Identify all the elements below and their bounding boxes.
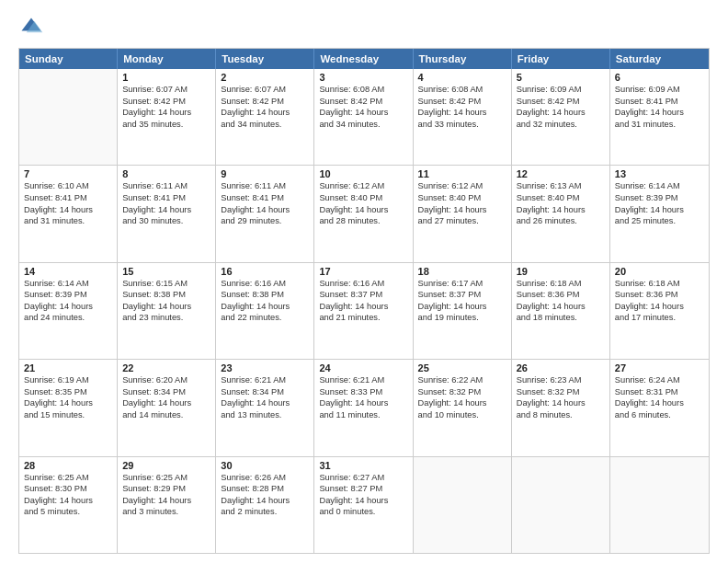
header-day-tuesday: Tuesday: [216, 49, 314, 69]
cell-info-line: Daylight: 14 hours: [221, 495, 309, 507]
day-number: 24: [319, 362, 407, 373]
cell-info-line: Sunrise: 6:11 AM: [221, 180, 309, 192]
cell-info-line: Daylight: 14 hours: [24, 204, 112, 216]
cell-info-line: Daylight: 14 hours: [319, 301, 407, 313]
page: SundayMondayTuesdayWednesdayThursdayFrid…: [0, 0, 728, 563]
calendar-cell: [19, 69, 118, 165]
cell-info-line: Sunrise: 6:14 AM: [24, 278, 112, 290]
day-number: 22: [122, 362, 210, 373]
calendar-cell: 27Sunrise: 6:24 AMSunset: 8:31 PMDayligh…: [610, 360, 709, 455]
day-number: 4: [418, 72, 506, 83]
cell-info-line: Sunset: 8:34 PM: [122, 386, 210, 398]
cell-info-line: Daylight: 14 hours: [221, 204, 309, 216]
calendar-cell: 14Sunrise: 6:14 AMSunset: 8:39 PMDayligh…: [19, 263, 118, 359]
cell-info-line: Sunset: 8:42 PM: [319, 96, 407, 108]
cell-info-line: Sunset: 8:30 PM: [24, 483, 112, 495]
logo-icon: [18, 15, 44, 40]
calendar-cell: 28Sunrise: 6:25 AMSunset: 8:30 PMDayligh…: [19, 457, 118, 553]
calendar-cell: 15Sunrise: 6:15 AMSunset: 8:38 PMDayligh…: [118, 263, 216, 359]
cell-info-line: Sunset: 8:39 PM: [24, 289, 112, 301]
cell-info-line: and 19 minutes.: [418, 312, 506, 324]
cell-info-line: Sunset: 8:31 PM: [615, 386, 704, 398]
calendar-cell: 11Sunrise: 6:12 AMSunset: 8:40 PMDayligh…: [414, 166, 512, 261]
cell-info-line: Sunrise: 6:09 AM: [615, 84, 704, 96]
cell-info-line: Daylight: 14 hours: [221, 397, 309, 409]
cell-info-line: Daylight: 14 hours: [517, 107, 605, 119]
cell-info-line: Sunrise: 6:20 AM: [122, 374, 210, 386]
cell-info-line: and 32 minutes.: [517, 119, 605, 131]
day-number: 7: [24, 168, 112, 179]
day-number: 17: [319, 266, 407, 277]
day-number: 2: [221, 72, 309, 83]
cell-info-line: Sunrise: 6:16 AM: [221, 278, 309, 290]
cell-info-line: and 22 minutes.: [221, 312, 309, 324]
cell-info-line: Sunset: 8:36 PM: [615, 289, 704, 301]
cell-info-line: Daylight: 14 hours: [418, 397, 506, 409]
cell-info-line: Daylight: 14 hours: [517, 301, 605, 313]
header-day-sunday: Sunday: [19, 49, 118, 69]
calendar-cell: 6Sunrise: 6:09 AMSunset: 8:41 PMDaylight…: [610, 69, 709, 165]
header-day-thursday: Thursday: [414, 49, 512, 69]
calendar-row-4: 28Sunrise: 6:25 AMSunset: 8:30 PMDayligh…: [19, 457, 709, 553]
day-number: 10: [319, 168, 407, 179]
cell-info-line: Daylight: 14 hours: [615, 397, 704, 409]
calendar-cell: 4Sunrise: 6:08 AMSunset: 8:42 PMDaylight…: [414, 69, 512, 165]
cell-info-line: and 13 minutes.: [221, 409, 309, 421]
cell-info-line: Sunset: 8:42 PM: [418, 96, 506, 108]
cell-info-line: and 33 minutes.: [418, 119, 506, 131]
cell-info-line: Sunset: 8:33 PM: [319, 386, 407, 398]
cell-info-line: Sunrise: 6:21 AM: [319, 374, 407, 386]
cell-info-line: Daylight: 14 hours: [122, 107, 210, 119]
calendar-cell: [610, 457, 709, 553]
day-number: 27: [615, 362, 704, 373]
logo: [18, 15, 48, 40]
cell-info-line: Daylight: 14 hours: [122, 397, 210, 409]
calendar-cell: 18Sunrise: 6:17 AMSunset: 8:37 PMDayligh…: [414, 263, 512, 359]
day-number: 18: [418, 266, 506, 277]
calendar-cell: 19Sunrise: 6:18 AMSunset: 8:36 PMDayligh…: [512, 263, 610, 359]
cell-info-line: Sunrise: 6:15 AM: [122, 278, 210, 290]
calendar-cell: 2Sunrise: 6:07 AMSunset: 8:42 PMDaylight…: [216, 69, 314, 165]
cell-info-line: Sunrise: 6:08 AM: [319, 84, 407, 96]
cell-info-line: Daylight: 14 hours: [221, 107, 309, 119]
calendar-cell: 7Sunrise: 6:10 AMSunset: 8:41 PMDaylight…: [19, 166, 118, 261]
cell-info-line: and 21 minutes.: [319, 312, 407, 324]
cell-info-line: and 8 minutes.: [517, 409, 605, 421]
cell-info-line: Sunrise: 6:12 AM: [319, 180, 407, 192]
calendar-row-2: 14Sunrise: 6:14 AMSunset: 8:39 PMDayligh…: [19, 263, 709, 360]
calendar-cell: 5Sunrise: 6:09 AMSunset: 8:42 PMDaylight…: [512, 69, 610, 165]
calendar-row-0: 1Sunrise: 6:07 AMSunset: 8:42 PMDaylight…: [19, 69, 709, 166]
calendar-cell: 21Sunrise: 6:19 AMSunset: 8:35 PMDayligh…: [19, 360, 118, 455]
cell-info-line: and 34 minutes.: [319, 119, 407, 131]
day-number: 11: [418, 168, 506, 179]
cell-info-line: Daylight: 14 hours: [418, 204, 506, 216]
cell-info-line: Sunset: 8:36 PM: [517, 289, 605, 301]
cell-info-line: Sunrise: 6:19 AM: [24, 374, 112, 386]
cell-info-line: Sunset: 8:40 PM: [418, 192, 506, 204]
cell-info-line: and 27 minutes.: [418, 215, 506, 227]
cell-info-line: Sunrise: 6:14 AM: [615, 180, 704, 192]
cell-info-line: Daylight: 14 hours: [319, 107, 407, 119]
cell-info-line: Daylight: 14 hours: [24, 397, 112, 409]
cell-info-line: Daylight: 14 hours: [418, 301, 506, 313]
cell-info-line: Sunset: 8:32 PM: [418, 386, 506, 398]
cell-info-line: Sunrise: 6:09 AM: [517, 84, 605, 96]
day-number: 30: [221, 460, 309, 471]
cell-info-line: and 30 minutes.: [122, 215, 210, 227]
day-number: 21: [24, 362, 112, 373]
calendar-cell: 29Sunrise: 6:25 AMSunset: 8:29 PMDayligh…: [118, 457, 216, 553]
cell-info-line: Sunrise: 6:12 AM: [418, 180, 506, 192]
cell-info-line: and 31 minutes.: [615, 119, 704, 131]
calendar-cell: 12Sunrise: 6:13 AMSunset: 8:40 PMDayligh…: [512, 166, 610, 261]
cell-info-line: Sunset: 8:37 PM: [319, 289, 407, 301]
calendar-cell: 9Sunrise: 6:11 AMSunset: 8:41 PMDaylight…: [216, 166, 314, 261]
cell-info-line: Sunset: 8:42 PM: [221, 96, 309, 108]
cell-info-line: and 10 minutes.: [418, 409, 506, 421]
cell-info-line: Daylight: 14 hours: [615, 204, 704, 216]
calendar-cell: 13Sunrise: 6:14 AMSunset: 8:39 PMDayligh…: [610, 166, 709, 261]
cell-info-line: Sunset: 8:29 PM: [122, 483, 210, 495]
calendar-cell: 8Sunrise: 6:11 AMSunset: 8:41 PMDaylight…: [118, 166, 216, 261]
cell-info-line: Sunset: 8:42 PM: [122, 96, 210, 108]
cell-info-line: and 23 minutes.: [122, 312, 210, 324]
cell-info-line: and 29 minutes.: [221, 215, 309, 227]
